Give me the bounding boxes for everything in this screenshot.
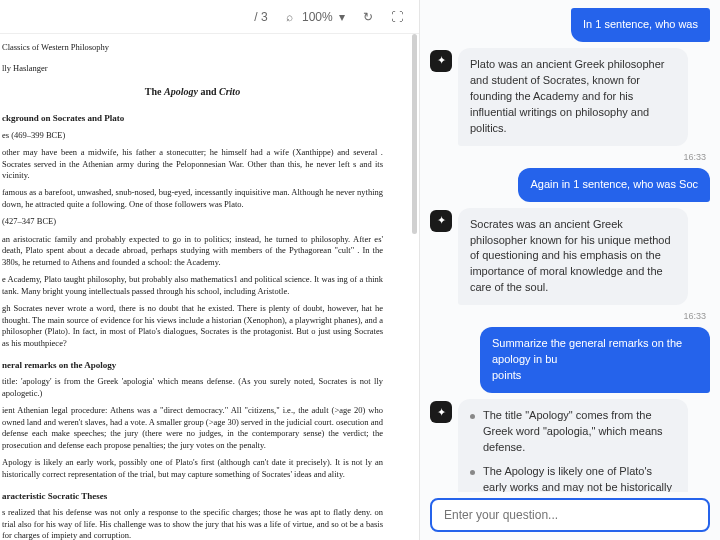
user-bubble: In 1 sentence, who was xyxy=(571,8,710,42)
doc-paragraph: other may have been a midwife, his fathe… xyxy=(2,147,383,181)
chat-panel: In 1 sentence, who was ✦ Plato was an an… xyxy=(420,0,720,540)
assistant-avatar: ✦ xyxy=(430,210,452,232)
doc-dates-socrates: es (469–399 BCE) xyxy=(2,130,383,141)
doc-title: The Apology and Crito xyxy=(2,85,383,99)
chat-scroll[interactable]: In 1 sentence, who was ✦ Plato was an an… xyxy=(420,0,720,492)
expand-button[interactable]: ⛶ xyxy=(391,10,403,24)
bullet-list: The title "Apology" comes from the Greek… xyxy=(470,408,676,492)
user-message-row: Again in 1 sentence, who was Soc xyxy=(430,168,710,202)
assistant-message-row: ✦ The title "Apology" comes from the Gre… xyxy=(430,399,710,492)
bullet-dot-icon xyxy=(470,414,475,419)
doc-paragraph: an aristocratic family and probably expe… xyxy=(2,234,383,268)
bullet-text: The title "Apology" comes from the Greek… xyxy=(483,408,676,456)
assistant-bubble: The title "Apology" comes from the Greek… xyxy=(458,399,688,492)
bullet-item: The Apology is likely one of Plato's ear… xyxy=(470,464,676,492)
doc-heading-background: ckground on Socrates and Plato xyxy=(2,112,383,124)
bullet-item: The title "Apology" comes from the Greek… xyxy=(470,408,676,456)
doc-author: lly Haslanger xyxy=(2,63,383,74)
scrollbar-thumb[interactable] xyxy=(412,34,417,234)
timestamp: 16:33 xyxy=(430,152,706,162)
doc-paragraph: gh Socrates never wrote a word, there is… xyxy=(2,303,383,349)
doc-paragraph: title: 'apology' is from the Greek 'apol… xyxy=(2,376,383,399)
doc-paragraph: Apology is likely an early work, possibl… xyxy=(2,457,383,480)
assistant-avatar: ✦ xyxy=(430,50,452,72)
doc-paragraph: famous as a barefoot, unwashed, snub-nos… xyxy=(2,187,383,210)
user-bubble: Summarize the general remarks on the apo… xyxy=(480,327,710,393)
chat-input[interactable] xyxy=(430,498,710,532)
document-toolbar: / 3 ⌕ 100% ▾ ↻ ⛶ xyxy=(0,0,419,34)
document-content: Classics of Western Philosophy lly Hasla… xyxy=(2,42,419,540)
doc-paragraph: e Academy, Plato taught philosophy, but … xyxy=(2,274,383,297)
assistant-bubble: Plato was an ancient Greek philosopher a… xyxy=(458,48,688,146)
assistant-message-row: ✦ Plato was an ancient Greek philosopher… xyxy=(430,48,710,146)
doc-heading-theses: aracteristic Socratic Theses xyxy=(2,490,383,502)
chat-input-wrapper xyxy=(420,492,720,540)
assistant-bubble: Socrates was an ancient Greek philosophe… xyxy=(458,208,688,306)
doc-heading-remarks: neral remarks on the Apology xyxy=(2,359,383,371)
doc-paragraph: ient Athenian legal procedure: Athens wa… xyxy=(2,405,383,451)
timestamp: 16:33 xyxy=(430,311,706,321)
page-indicator[interactable]: / 3 xyxy=(254,10,267,24)
document-scroll[interactable]: Classics of Western Philosophy lly Hasla… xyxy=(0,34,419,540)
doc-course-name: Classics of Western Philosophy xyxy=(2,42,383,53)
bullet-dot-icon xyxy=(470,470,475,475)
reload-button[interactable]: ↻ xyxy=(363,10,373,24)
user-bubble: Again in 1 sentence, who was Soc xyxy=(518,168,710,202)
zoom-value: 100% xyxy=(302,10,333,24)
bullet-text: The Apology is likely one of Plato's ear… xyxy=(483,464,676,492)
search-icon: ⌕ xyxy=(286,10,293,24)
doc-dates-plato: (427–347 BCE) xyxy=(2,216,383,227)
assistant-message-row: ✦ Socrates was an ancient Greek philosop… xyxy=(430,208,710,306)
assistant-avatar: ✦ xyxy=(430,401,452,423)
doc-paragraph: s realized that his defense was not only… xyxy=(2,507,383,540)
document-panel: / 3 ⌕ 100% ▾ ↻ ⛶ Classics of Western Phi… xyxy=(0,0,420,540)
user-message-row: In 1 sentence, who was xyxy=(430,8,710,42)
user-message-row: Summarize the general remarks on the apo… xyxy=(430,327,710,393)
zoom-control[interactable]: ⌕ 100% ▾ xyxy=(286,10,345,24)
